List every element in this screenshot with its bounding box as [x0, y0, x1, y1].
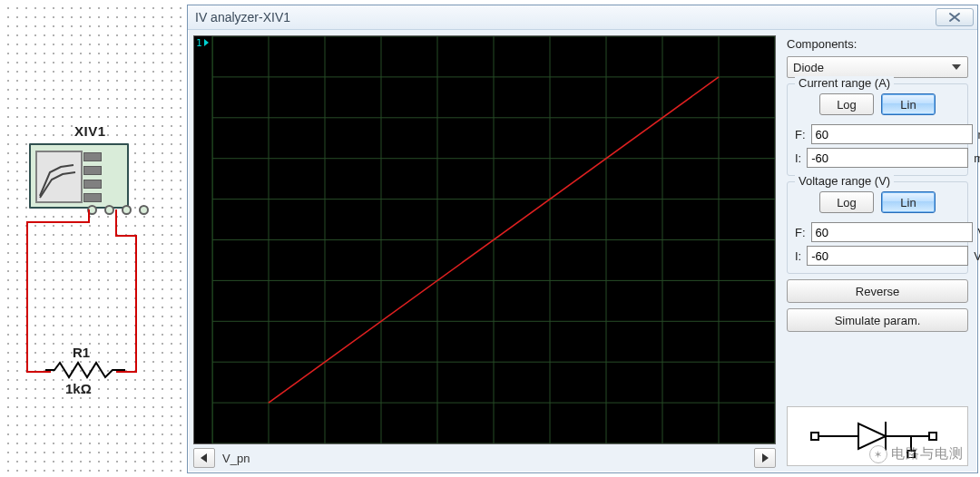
reverse-button[interactable]: Reverse [787, 279, 968, 303]
resistor-symbol-icon [45, 361, 125, 379]
arrow-left-icon [201, 453, 208, 462]
diode-symbol-icon [809, 414, 946, 458]
voltage-range-group: Voltage range (V) Log Lin F: V I: V [787, 181, 968, 274]
scope-prev-button[interactable] [193, 448, 215, 468]
svg-rect-32 [907, 451, 915, 458]
scope-x-axis-row: V_pn [193, 448, 776, 468]
window-title: IV analyzer-XIV1 [195, 10, 936, 24]
svg-marker-24 [762, 453, 769, 462]
device-label-xiv1: XIV1 [74, 123, 106, 139]
current-f-input[interactable] [811, 124, 973, 144]
component-preview: ✶电路与电测 [787, 406, 968, 466]
svg-marker-23 [201, 453, 207, 462]
resistor-value: 1kΩ [65, 381, 92, 396]
current-f-label: F: [795, 128, 806, 141]
current-i-label: I: [795, 151, 801, 165]
current-i-unit: mA [974, 151, 980, 165]
svg-rect-30 [929, 433, 936, 440]
iv-analyzer-buttons-icon [83, 152, 123, 202]
components-label: Components: [787, 37, 968, 51]
current-range-title: Current range (A) [795, 76, 894, 90]
svg-rect-29 [811, 433, 818, 440]
voltage-i-input[interactable] [807, 246, 968, 266]
arrow-right-icon [761, 453, 769, 462]
voltage-f-label: F: [795, 226, 806, 239]
titlebar[interactable]: IV analyzer-XIV1 [188, 5, 977, 30]
components-selected-value: Diode [793, 61, 824, 74]
voltage-range-title: Voltage range (V) [795, 174, 894, 188]
voltage-i-unit: V [974, 249, 980, 263]
voltage-i-label: I: [795, 249, 801, 263]
current-range-group: Current range (A) Log Lin F: mA I: mA [787, 83, 968, 176]
scope-plot-icon [194, 36, 775, 443]
scope-display[interactable]: 1 [193, 35, 776, 444]
scope-x-axis-label: V_pn [219, 452, 358, 465]
current-log-button[interactable]: Log [819, 93, 874, 115]
scope-next-button[interactable] [754, 448, 776, 468]
current-i-input[interactable] [807, 148, 968, 168]
schematic-wires [0, 0, 184, 477]
current-lin-button[interactable]: Lin [881, 93, 936, 115]
voltage-f-input[interactable] [811, 222, 973, 242]
close-button[interactable] [936, 8, 974, 26]
side-panel: Components: Diode Current range (A) Log … [781, 30, 977, 473]
components-select[interactable]: Diode [787, 56, 968, 78]
resistor-label: R1 [73, 345, 90, 360]
svg-marker-26 [858, 423, 886, 449]
voltage-lin-button[interactable]: Lin [881, 191, 936, 213]
schematic-canvas[interactable]: XIV1 R1 [0, 0, 184, 477]
close-icon [946, 12, 963, 23]
voltage-log-button[interactable]: Log [819, 191, 874, 213]
iv-analyzer-ports-icon [87, 205, 149, 215]
simulate-param-button[interactable]: Simulate param. [787, 308, 968, 332]
iv-analyzer-component[interactable] [29, 143, 129, 209]
iv-analyzer-window: IV analyzer-XIV1 1 [187, 5, 978, 473]
iv-analyzer-screen-icon [35, 151, 83, 203]
